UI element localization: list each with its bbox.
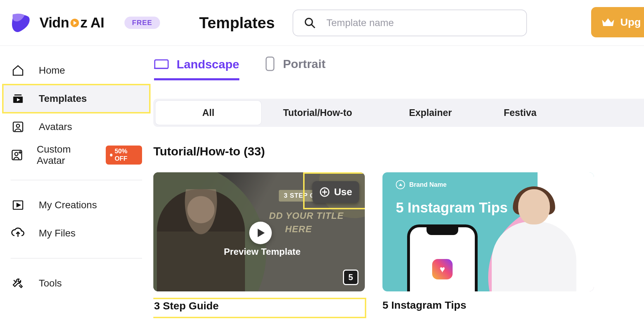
instagram-icon: ♥: [432, 259, 453, 279]
avatar-person-icon: [495, 189, 573, 291]
category-tab-all[interactable]: All: [155, 101, 261, 125]
tab-label: Landscape: [177, 57, 239, 71]
thumb-title-line2: HERE: [285, 224, 312, 235]
sidebar: Home Templates Avatars: [0, 46, 153, 327]
template-thumbnail[interactable]: Brand Name 5 Instagram Tips ♥: [382, 172, 594, 291]
sidebar-item-label: Templates: [39, 93, 87, 104]
tab-label: Portrait: [283, 57, 326, 71]
dot-icon: [110, 154, 112, 156]
sidebar-item-label: Home: [39, 65, 65, 76]
sidebar-separator: [11, 180, 142, 180]
sidebar-item-my-files[interactable]: My Files: [3, 219, 150, 247]
svg-point-0: [305, 18, 312, 25]
sidebar-item-label: Avatars: [39, 121, 72, 132]
crown-icon: [601, 17, 615, 27]
category-tabs: All Tutorial/How-to Explainer Festiva: [153, 99, 644, 127]
upgrade-label: Upg: [620, 16, 641, 28]
brand-left: Vidn: [39, 15, 69, 31]
svg-point-8: [15, 153, 18, 156]
search-icon: [304, 17, 316, 29]
brand-label: Brand Name: [409, 181, 447, 189]
phone-icon: ♥: [407, 224, 478, 291]
template-thumbnail[interactable]: 3 STEP GUIDE DD YOUR TITLE HERE Preview …: [153, 172, 365, 291]
page-title: Templates: [199, 14, 293, 32]
free-badge: FREE: [124, 17, 160, 29]
svg-marker-12: [17, 204, 20, 207]
brand-logo-icon: [396, 180, 405, 189]
sidebar-item-label: Custom Avatar: [37, 144, 92, 166]
avatars-icon: [11, 121, 25, 133]
template-card: 3 STEP GUIDE DD YOUR TITLE HERE Preview …: [153, 172, 365, 317]
template-title[interactable]: 3 Step Guide: [153, 299, 365, 317]
page-count-badge: 5: [343, 270, 358, 285]
sidebar-item-home[interactable]: Home: [3, 56, 150, 85]
preview-template-label: Preview Template: [224, 246, 301, 257]
template-card: Brand Name 5 Instagram Tips ♥ 5 Instagra…: [382, 172, 594, 311]
search-input[interactable]: [326, 17, 516, 29]
sidebar-item-templates[interactable]: Templates: [3, 85, 150, 113]
thumb-title: 5 Instagram Tips: [396, 200, 508, 216]
sidebar-separator: [11, 258, 142, 259]
brand-name: Vidn z AI: [39, 15, 104, 31]
sidebar-item-label: My Files: [39, 228, 75, 239]
sidebar-item-custom-avatar[interactable]: Custom Avatar 50% OFF: [3, 141, 150, 169]
play-o-icon: [70, 19, 79, 27]
upgrade-button[interactable]: Upg: [591, 7, 644, 37]
play-icon[interactable]: [249, 222, 272, 244]
sidebar-item-label: My Creations: [39, 199, 97, 211]
template-cards: 3 STEP GUIDE DD YOUR TITLE HERE Preview …: [153, 172, 644, 317]
sidebar-item-tools[interactable]: Tools: [3, 269, 150, 297]
portrait-icon: [265, 56, 275, 71]
logo[interactable]: Vidn z AI FREE: [11, 13, 199, 33]
thumb-title-line1: DD YOUR TITLE: [269, 210, 344, 221]
orientation-tabs: Landscape Portrait: [153, 56, 644, 84]
sidebar-item-label: Tools: [39, 278, 62, 289]
svg-rect-5: [13, 122, 23, 132]
tools-icon: [11, 277, 25, 290]
cloud-upload-icon: [11, 227, 25, 240]
search-field[interactable]: [293, 10, 527, 36]
phone-notch: [427, 227, 458, 235]
home-icon: [11, 64, 25, 77]
category-tab-tutorial[interactable]: Tutorial/How-to: [261, 101, 374, 125]
svg-rect-15: [266, 57, 274, 70]
template-title[interactable]: 5 Instagram Tips: [382, 299, 594, 311]
svg-rect-3: [14, 94, 22, 95]
header: Vidn z AI FREE Templates Upg: [0, 0, 644, 46]
tab-landscape[interactable]: Landscape: [154, 57, 239, 80]
my-creations-icon: [11, 199, 25, 211]
logo-mark-icon: [11, 13, 32, 33]
category-tab-festival[interactable]: Festiva: [487, 101, 536, 125]
templates-icon: [11, 92, 25, 105]
main: Landscape Portrait All Tutorial/How-to E…: [153, 46, 644, 327]
brand-right: z AI: [80, 15, 104, 31]
custom-avatar-icon: [11, 149, 23, 161]
svg-point-6: [17, 124, 20, 128]
svg-rect-13: [155, 60, 168, 68]
svg-line-1: [312, 24, 315, 27]
landscape-icon: [154, 58, 169, 70]
category-tab-explainer[interactable]: Explainer: [374, 101, 487, 125]
discount-badge: 50% OFF: [106, 146, 142, 165]
brand-name-overlay: Brand Name: [396, 180, 447, 189]
discount-text: 50% OFF: [115, 148, 138, 162]
sidebar-item-my-creations[interactable]: My Creations: [3, 191, 150, 219]
tab-portrait[interactable]: Portrait: [265, 56, 326, 80]
sidebar-item-avatars[interactable]: Avatars: [3, 113, 150, 141]
section-title: Tutorial/How-to (33): [153, 144, 644, 158]
highlight-box: [303, 172, 365, 209]
